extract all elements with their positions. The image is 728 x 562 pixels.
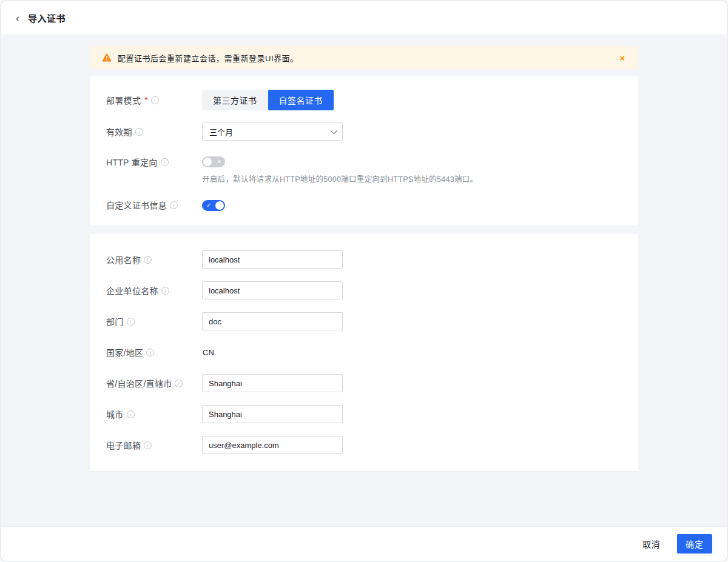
third-party-cert-button[interactable]: 第三方证书 [202, 90, 268, 110]
cert-field-row: 城市 i [106, 405, 622, 423]
chevron-down-icon [331, 127, 337, 134]
info-icon[interactable]: i [161, 158, 169, 166]
app-window: ‹ 导入证书 配置证书后会重新建立会话，需重新登录UI界面。 × [1, 1, 727, 561]
http-redirect-label: HTTP 重定向 i [106, 156, 202, 168]
custom-cert-label: 自定义证书信息 i [106, 199, 202, 211]
info-icon[interactable]: i [161, 287, 169, 295]
cert-field-row: 公用名称 i [106, 250, 622, 269]
cert-field-input[interactable] [202, 250, 343, 269]
validity-select[interactable]: 三个月 [202, 122, 343, 141]
required-mark: * [144, 95, 148, 105]
label-text: 有效期 [106, 125, 132, 138]
http-redirect-row: HTTP 重定向 i × 开启后，默认将请求从HTTP地址的5000端口重定向到… [106, 155, 622, 184]
validity-label: 有效期 i [106, 125, 202, 138]
toggle-off-icon: × [217, 156, 221, 167]
field-label: 企业单位名称 [106, 284, 158, 296]
toggle-knob [215, 201, 224, 210]
cancel-button[interactable]: 取消 [641, 534, 661, 554]
confirm-button[interactable]: 确定 [677, 534, 712, 554]
field-static-value: CN [202, 348, 214, 357]
warning-icon [102, 53, 112, 62]
cert-details-card: 公用名称 i 企业单位名称 i [90, 234, 638, 471]
page-header: ‹ 导入证书 [1, 1, 727, 35]
cert-field-row: 国家/地区 i CN [106, 343, 622, 361]
deploy-mode-segmented: 第三方证书 自签名证书 [202, 90, 334, 110]
close-icon[interactable]: × [616, 52, 629, 64]
info-icon[interactable]: i [175, 380, 183, 387]
warning-message: 配置证书后会重新建立会话，需重新登录UI界面。 [118, 52, 298, 64]
validity-selected-value: 三个月 [209, 126, 233, 138]
deploy-mode-label: 部署模式* i [106, 94, 202, 106]
custom-cert-toggle[interactable]: ✓ [202, 200, 225, 211]
toggle-knob [203, 158, 212, 166]
http-redirect-helper: 开启后，默认将请求从HTTP地址的5000端口重定向到HTTPS地址的5443端… [202, 173, 477, 184]
info-icon[interactable]: i [135, 128, 143, 136]
cert-field-row: 部门 i [106, 312, 622, 330]
toggle-on-icon: ✓ [206, 200, 211, 211]
back-icon[interactable]: ‹ [16, 13, 19, 24]
field-label: 公用名称 [106, 253, 141, 266]
page-title: 导入证书 [28, 12, 66, 24]
warning-banner: 配置证书后会重新建立会话，需重新登录UI界面。 × [90, 46, 638, 69]
page-footer: 取消 确定 [1, 527, 727, 561]
cert-settings-card: 部署模式* i 第三方证书 自签名证书 有效期 i 三个月 [90, 76, 638, 226]
info-icon[interactable]: i [144, 256, 152, 264]
label-text: 自定义证书信息 [106, 199, 167, 211]
page-content: 配置证书后会重新建立会话，需重新登录UI界面。 × 部署模式* i 第三方证书 … [1, 35, 727, 527]
info-icon[interactable]: i [170, 201, 178, 209]
http-redirect-control: × 开启后，默认将请求从HTTP地址的5000端口重定向到HTTPS地址的544… [202, 155, 477, 184]
field-label: 电子邮箱 [106, 439, 141, 451]
custom-cert-row: 自定义证书信息 i ✓ [106, 199, 622, 211]
cert-field-row: 企业单位名称 i [106, 281, 622, 299]
deploy-mode-row: 部署模式* i 第三方证书 自签名证书 [106, 90, 622, 110]
cert-field-input[interactable] [202, 281, 343, 299]
cert-field-label: 省/自治区/直辖市 i [106, 377, 202, 389]
field-label: 省/自治区/直辖市 [106, 377, 172, 389]
cert-field-label: 电子邮箱 i [106, 439, 202, 451]
cert-field-input[interactable] [202, 374, 343, 392]
info-icon[interactable]: i [146, 349, 154, 356]
cert-field-row: 电子邮箱 i [106, 436, 622, 454]
cert-field-input[interactable] [202, 436, 343, 454]
cert-field-label: 城市 i [106, 408, 202, 420]
cert-field-label: 公用名称 i [106, 253, 202, 266]
info-icon[interactable]: i [151, 96, 159, 104]
field-label: 部门 [106, 315, 124, 327]
info-icon[interactable]: i [127, 410, 135, 418]
self-signed-cert-button[interactable]: 自签名证书 [268, 90, 334, 110]
http-redirect-toggle[interactable]: × [202, 156, 225, 167]
label-text: 部署模式 [106, 94, 141, 106]
cert-field-label: 部门 i [106, 315, 202, 327]
validity-row: 有效期 i 三个月 [106, 122, 622, 141]
field-label: 国家/地区 [106, 346, 143, 358]
info-icon[interactable]: i [144, 441, 152, 449]
cert-field-input[interactable] [202, 405, 343, 423]
cert-field-label: 国家/地区 i [106, 346, 202, 358]
cert-field-row: 省/自治区/直辖市 i [106, 374, 622, 392]
cert-field-input[interactable] [202, 312, 343, 330]
field-label: 城市 [106, 408, 124, 420]
cert-field-label: 企业单位名称 i [106, 284, 202, 296]
info-icon[interactable]: i [127, 318, 135, 326]
label-text: HTTP 重定向 [106, 156, 158, 168]
